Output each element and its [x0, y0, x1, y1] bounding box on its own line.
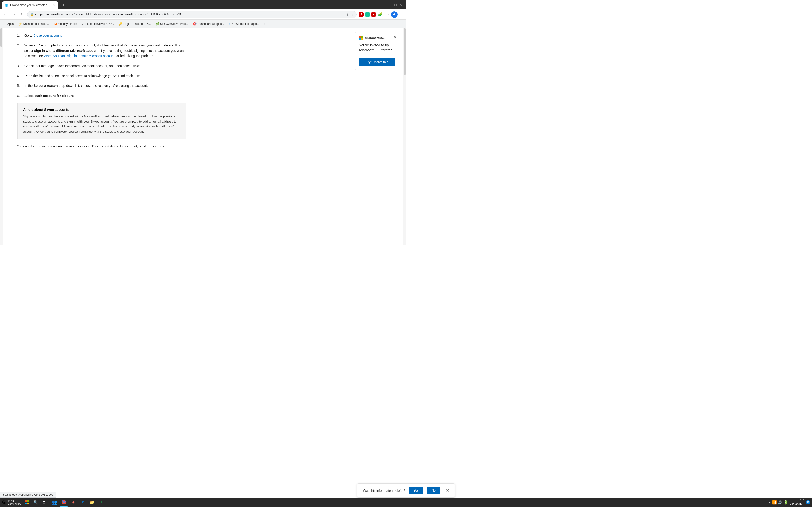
- note-text: Skype accounts must be associated with a…: [23, 114, 181, 134]
- maximize-button[interactable]: □: [395, 3, 397, 7]
- site-favicon: 🌿: [156, 22, 159, 25]
- tab-title: How to close your Microsoft acc...: [10, 3, 50, 7]
- step-1: 1. Go to Close your account.: [17, 33, 342, 38]
- promo-card: ✕ Microsoft 365 You're invited to try Mi…: [355, 32, 399, 70]
- note-box: A note about Skype accounts Skype accoun…: [17, 103, 186, 139]
- apps-label: Apps: [7, 22, 14, 25]
- try-free-button[interactable]: Try 1 month free: [359, 58, 395, 66]
- bookmark-apps[interactable]: ⊞ Apps: [2, 21, 15, 26]
- monday-favicon: M: [54, 22, 57, 25]
- promo-header: Microsoft 365: [359, 36, 395, 40]
- bookmark-expert[interactable]: ✓ Expert Reviews SEO...: [80, 21, 116, 26]
- dash2-label: Dashboard widgets...: [198, 22, 224, 25]
- dashboard-label: Dashboard ‹ Truste...: [23, 22, 50, 25]
- bookmark-new[interactable]: + NEW: Trusted Lapto...: [227, 21, 261, 26]
- step-2-text: When you're prompted to sign in to your …: [24, 43, 184, 58]
- login-favicon: 🔑: [119, 22, 122, 25]
- bookmark-login[interactable]: 🔑 Login – Trusted Rev...: [117, 21, 153, 26]
- tab-favicon: 🌐: [5, 3, 8, 7]
- step-2-num: 2.: [17, 43, 21, 58]
- forward-button[interactable]: →: [10, 11, 17, 18]
- profile-button[interactable]: G: [391, 11, 398, 18]
- ms365-logo: [359, 36, 363, 40]
- promo-body: You're invited to try Microsoft 365 for …: [359, 43, 395, 52]
- close-button[interactable]: ✕: [399, 3, 402, 7]
- expert-favicon: ✓: [82, 22, 84, 25]
- step-3-num: 3.: [17, 63, 21, 68]
- tab-bar: 🌐 How to close your Microsoft acc... ✕ +: [2, 0, 388, 9]
- step-1-text: Go to Close your account.: [24, 33, 184, 38]
- bookmarks-bar: ⊞ Apps ⚡ Dashboard ‹ Truste... M monday …: [0, 20, 406, 28]
- bookmark-icon[interactable]: ☆: [350, 12, 354, 17]
- browser-content: 1. Go to Close your account. 2. When you…: [0, 28, 406, 245]
- promo-brand: Microsoft 365: [365, 36, 385, 40]
- apps-favicon: ⊞: [4, 22, 6, 25]
- step-6: 6. Select Mark account for closure.: [17, 93, 342, 98]
- left-scroll: [0, 28, 3, 245]
- expert-label: Expert Reviews SEO...: [85, 22, 114, 25]
- menu-button[interactable]: ⋮: [398, 11, 404, 18]
- new-favicon: +: [229, 22, 231, 25]
- right-scroll[interactable]: [403, 28, 406, 245]
- close-account-link[interactable]: Close your account: [33, 34, 61, 37]
- new-tab-button[interactable]: +: [60, 2, 67, 8]
- address-bar-row: ← → ↻ 🔒 support.microsoft.com/en-us/acco…: [0, 9, 406, 20]
- step-6-num: 6.: [17, 93, 21, 98]
- dash2-favicon: 🎯: [193, 22, 197, 25]
- bookmark-monday[interactable]: M monday · Inbox: [52, 21, 79, 26]
- url-text: support.microsoft.com/en-us/account-bill…: [35, 13, 345, 16]
- step-3: 3. Check that the page shows the correct…: [17, 63, 342, 68]
- address-bar[interactable]: 🔒 support.microsoft.com/en-us/account-bi…: [27, 11, 357, 18]
- step-4-num: 4.: [17, 73, 21, 78]
- step-5-num: 5.: [17, 83, 21, 88]
- step-5-text: In the Select a reason drop-down list, c…: [24, 83, 184, 88]
- bookmark-site[interactable]: 🌿 Site Overview - Pars...: [154, 21, 190, 26]
- step-3-text: Check that the page shows the correct Mi…: [24, 63, 184, 68]
- site-label: Site Overview - Pars...: [160, 22, 188, 25]
- title-bar: 🌐 How to close your Microsoft acc... ✕ +…: [0, 0, 406, 9]
- puzzle-ext[interactable]: 🧩: [377, 11, 384, 18]
- extensions-area: T G ▶ 🧩 ▭ G ⋮: [359, 11, 404, 18]
- address-actions: ⬆ ☆: [347, 12, 354, 17]
- bookmark-dashboard[interactable]: ⚡ Dashboard ‹ Truste...: [16, 21, 51, 26]
- page-content: 1. Go to Close your account. 2. When you…: [3, 28, 352, 245]
- bookmarks-overflow[interactable]: »: [262, 21, 267, 26]
- tampermonkey-ext[interactable]: T: [359, 12, 364, 17]
- login-label: Login – Trusted Rev...: [123, 22, 151, 25]
- monday-label: monday · Inbox: [58, 22, 77, 25]
- step-1-num: 1.: [17, 33, 21, 38]
- step-4: 4. Read the list, and select the checkbo…: [17, 73, 342, 78]
- bottom-text: You can also remove an account from your…: [17, 144, 182, 149]
- promo-close-button[interactable]: ✕: [394, 35, 396, 39]
- sidebar-ext[interactable]: ▭: [384, 11, 391, 18]
- new-label: NEW: Trusted Lapto...: [232, 22, 259, 25]
- cant-sign-in-link[interactable]: When you can't sign in to your Microsoft…: [44, 54, 115, 58]
- window-controls: ─ □ ✕: [390, 3, 404, 7]
- grammarly-ext[interactable]: G: [365, 12, 370, 17]
- scroll-thumb: [404, 28, 406, 75]
- lock-icon: 🔒: [30, 13, 34, 16]
- bookmark-dash2[interactable]: 🎯 Dashboard widgets...: [191, 21, 226, 26]
- note-title: A note about Skype accounts: [23, 108, 181, 111]
- step-2: 2. When you're prompted to sign in to yo…: [17, 43, 342, 58]
- step-4-text: Read the list, and select the checkboxes…: [24, 73, 184, 78]
- back-button[interactable]: ←: [2, 11, 8, 18]
- active-tab[interactable]: 🌐 How to close your Microsoft acc... ✕: [2, 1, 58, 9]
- step-5: 5. In the Select a reason drop-down list…: [17, 83, 342, 88]
- share-icon[interactable]: ⬆: [347, 13, 349, 16]
- step-6-text: Select Mark account for closure.: [24, 93, 184, 98]
- screencast-ext[interactable]: ▶: [371, 12, 376, 17]
- promo-sidebar: ✕ Microsoft 365 You're invited to try Mi…: [352, 28, 403, 245]
- dashboard-favicon: ⚡: [18, 22, 22, 25]
- minimize-button[interactable]: ─: [390, 3, 392, 7]
- reload-button[interactable]: ↻: [19, 11, 26, 18]
- tab-close-icon[interactable]: ✕: [53, 3, 55, 7]
